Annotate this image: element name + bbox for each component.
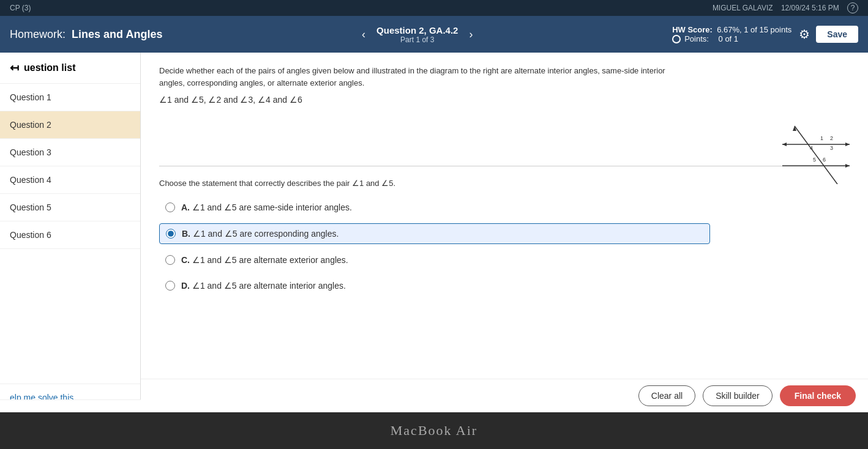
svg-text:3: 3 — [830, 145, 833, 151]
svg-text:5: 5 — [813, 157, 816, 163]
option-row-b[interactable]: B. ∠1 and ∠5 are corresponding angles. — [159, 223, 710, 244]
macbook-label: MacBook Air — [391, 423, 477, 439]
header-actions: ⚙ Save — [799, 26, 858, 43]
svg-marker-4 — [782, 143, 787, 146]
final-check-button[interactable]: Final check — [780, 385, 856, 406]
sidebar-item-question2[interactable]: Question 2 — [0, 111, 140, 139]
help-circle-icon[interactable]: ? — [847, 2, 858, 13]
header: Homework: Lines and Angles ‹ Question 2,… — [0, 16, 868, 53]
hw-score-row: HW Score: 6.67%, 1 of 15 points — [672, 25, 791, 34]
prev-question-button[interactable]: ‹ — [357, 26, 370, 43]
cp-label: CP (3) — [10, 4, 31, 12]
svg-text:4: 4 — [810, 145, 813, 151]
sidebar-item-question3[interactable]: Question 3 — [0, 139, 140, 166]
option-row-a[interactable]: A. ∠1 and ∠5 are same-side interior angl… — [159, 198, 710, 217]
option-label-a: A. ∠1 and ∠5 are same-side interior angl… — [181, 202, 352, 212]
collapse-icon[interactable]: ↤ — [10, 61, 19, 75]
radio-option-a[interactable] — [165, 202, 175, 212]
points-label: Points: — [684, 34, 709, 43]
svg-text:1: 1 — [820, 135, 823, 141]
angles-list: ∠1 and ∠5, ∠2 and ∠3, ∠4 and ∠6 — [159, 95, 850, 105]
sidebar-header: ↤ uestion list — [0, 53, 140, 84]
angles-diagram: 1 2 3 4 5 6 — [776, 123, 856, 184]
option-label-d: D. ∠1 and ∠5 are alternate interior angl… — [181, 281, 346, 291]
instruction-text: Decide whether each of the pairs of angl… — [159, 65, 692, 89]
sidebar: ↤ uestion list Question 1 Question 2 Que… — [0, 53, 141, 443]
part-info: Part 1 of 3 — [376, 35, 458, 44]
homework-subject: Lines and Angles — [72, 28, 162, 40]
svg-marker-3 — [845, 143, 850, 146]
radio-option-d[interactable] — [165, 281, 175, 291]
option-label-c: C. ∠1 and ∠5 are alternate exterior angl… — [181, 255, 348, 265]
choose-statement: Choose the statement that correctly desc… — [159, 179, 850, 188]
option-row-d[interactable]: D. ∠1 and ∠5 are alternate interior angl… — [159, 276, 710, 295]
divider-line — [159, 166, 850, 166]
user-datetime: MIGUEL GALAVIZ 12/09/24 5:16 PM ? — [713, 2, 858, 13]
hw-score-label: HW Score: — [672, 25, 713, 34]
svg-text:2: 2 — [830, 135, 833, 141]
macbook-bar: MacBook Air — [0, 412, 868, 449]
clear-all-button[interactable]: Clear all — [638, 385, 695, 406]
option-label-b: B. ∠1 and ∠5 are corresponding angles. — [182, 229, 339, 239]
hw-score-value: 6.67%, 1 of 15 points — [717, 25, 791, 34]
svg-marker-5 — [845, 164, 850, 168]
question-id: Question 2, GA.4.2 — [376, 25, 458, 35]
sidebar-item-question6[interactable]: Question 6 — [0, 221, 140, 249]
hw-score-section: HW Score: 6.67%, 1 of 15 points Points: … — [672, 25, 791, 43]
option-row-c[interactable]: C. ∠1 and ∠5 are alternate exterior angl… — [159, 250, 710, 270]
sidebar-item-question4[interactable]: Question 4 — [0, 166, 140, 194]
question-info: Question 2, GA.4.2 Part 1 of 3 — [376, 25, 458, 44]
diagram-area: 1 2 3 4 5 6 — [776, 123, 856, 184]
points-row: Points: 0 of 1 — [672, 34, 738, 43]
next-question-button[interactable]: › — [464, 26, 477, 43]
sidebar-title: uestion list — [24, 62, 75, 73]
sidebar-item-question5[interactable]: Question 5 — [0, 194, 140, 221]
bottom-action-bar: Clear all Skill builder Final check — [141, 379, 868, 412]
datetime: 12/09/24 5:16 PM — [781, 4, 839, 12]
save-button[interactable]: Save — [816, 26, 858, 43]
radio-option-c[interactable] — [165, 255, 175, 265]
points-value: 0 of 1 — [719, 34, 739, 43]
skill-builder-button[interactable]: Skill builder — [703, 385, 773, 406]
username: MIGUEL GALAVIZ — [713, 4, 773, 12]
radio-option-b[interactable] — [166, 229, 176, 239]
homework-label: Homework: — [10, 28, 65, 40]
points-circle-icon — [672, 35, 681, 43]
svg-text:6: 6 — [823, 157, 826, 163]
question-navigation: ‹ Question 2, GA.4.2 Part 1 of 3 › — [170, 25, 665, 44]
options-list: A. ∠1 and ∠5 are same-side interior angl… — [159, 198, 710, 295]
homework-title: Homework: Lines and Angles — [10, 28, 162, 41]
top-bar: CP (3) MIGUEL GALAVIZ 12/09/24 5:16 PM ? — [0, 0, 868, 16]
settings-button[interactable]: ⚙ — [799, 27, 810, 42]
sidebar-item-question1[interactable]: Question 1 — [0, 84, 140, 111]
sidebar-bottom-bar — [0, 399, 141, 412]
